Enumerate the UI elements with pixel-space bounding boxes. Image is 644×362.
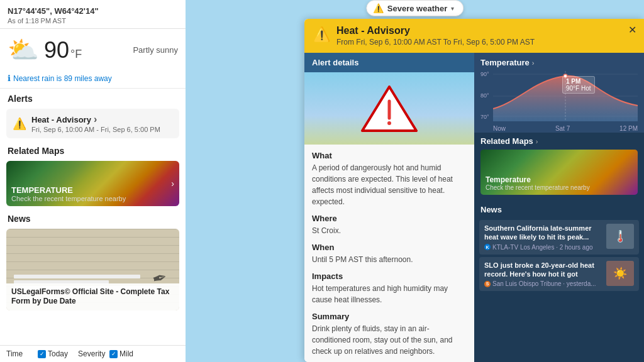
where-section: Where St Croix. bbox=[312, 214, 467, 236]
advisory-title: Heat - Advisory bbox=[336, 25, 535, 36]
advisory-header: ⚠️ Heat - Advisory From Fri, Sep 6, 10:0… bbox=[304, 19, 644, 53]
news-card-headline: USLegalForms© Official Site - Complete T… bbox=[11, 287, 174, 307]
weather-unit: °F bbox=[70, 48, 82, 61]
info-icon: ℹ bbox=[8, 74, 11, 83]
when-label: When bbox=[312, 243, 467, 252]
advisory-panel: ⚠️ Heat - Advisory From Fri, Sep 6, 10:0… bbox=[304, 19, 644, 362]
tooltip-time: 1 PM bbox=[566, 78, 591, 85]
nearest-rain-text: Nearest rain is 89 miles away bbox=[13, 74, 112, 83]
impacts-section: Impacts Hot temperatures and high humidi… bbox=[312, 272, 467, 305]
warning-triangle-icon bbox=[361, 84, 418, 134]
temp-map-label: TEMPERATURE bbox=[11, 185, 174, 195]
summary-value: Drink plenty of fluids, stay in an air-c… bbox=[312, 323, 467, 357]
right-map-label: Temperature bbox=[486, 175, 633, 184]
today-label: Today bbox=[48, 349, 68, 358]
alert-warning-icon: ⚠️ bbox=[13, 117, 26, 131]
news-item-1-thumb: 🌡️ bbox=[606, 224, 634, 249]
alert-details-header: Alert details bbox=[304, 53, 474, 72]
news-card[interactable]: ✒ USLegalForms© Official Site - Complete… bbox=[6, 229, 179, 310]
advisory-close-button[interactable]: ✕ bbox=[628, 25, 636, 35]
severity-filter-row: Severity ✓ Mild bbox=[78, 349, 133, 358]
summary-label: Summary bbox=[312, 312, 467, 321]
news-item-1-headline: Southern California late-summer heat wav… bbox=[484, 224, 601, 242]
weather-temperature: 90 bbox=[44, 37, 69, 63]
temperature-map-card[interactable]: TEMPERATURE Check the recent temperature… bbox=[6, 161, 179, 206]
alert-name-text: Heat - Advisory bbox=[31, 115, 91, 124]
advisory-details: What A period of dangerously hot and hum… bbox=[304, 145, 474, 362]
right-news-title: News bbox=[480, 205, 502, 214]
severe-chevron-icon: ▾ bbox=[451, 5, 454, 12]
advisory-date: From Fri, Sep 6, 10:00 AM AST To Fri, Se… bbox=[336, 38, 535, 47]
impacts-label: Impacts bbox=[312, 272, 467, 281]
mild-label: Mild bbox=[119, 349, 133, 358]
weather-main: ⛅ 90 °F Partly sunny bbox=[0, 29, 186, 71]
temp-map-sub: Check the recent temperature nearby bbox=[11, 195, 174, 202]
left-panel: N17°44'45", W64°42'14" As of 1:18 PM AST… bbox=[0, 0, 186, 362]
news-item-2-headline: SLO just broke a 20-year-old heat record… bbox=[484, 261, 601, 279]
nearest-rain: ℹ Nearest rain is 89 miles away bbox=[0, 71, 186, 89]
when-value: Until 5 PM AST this afternoon. bbox=[312, 254, 467, 265]
temp-map-arrow: › bbox=[171, 178, 174, 189]
advisory-body: Alert details bbox=[304, 53, 644, 362]
bottom-filter-bar: Time ✓ Today Severity ✓ Mild bbox=[0, 345, 186, 362]
when-section: When Until 5 PM AST this afternoon. bbox=[312, 243, 467, 265]
news-item-2-source: S San Luis Obispo Tribune · yesterda... bbox=[484, 280, 601, 287]
y-axis-labels: 90° 80° 70° bbox=[480, 71, 489, 120]
weather-description: Partly sunny bbox=[133, 45, 178, 55]
news-source-dot-1: K bbox=[484, 244, 491, 250]
alert-item[interactable]: ⚠️ Heat - Advisory › Fri, Sep 6, 10:00 A… bbox=[6, 109, 179, 138]
location-coords: N17°44'45", W64°42'14" bbox=[8, 6, 178, 16]
news-item-1[interactable]: Southern California late-summer heat wav… bbox=[479, 220, 639, 255]
summary-section: Summary Drink plenty of fluids, stay in … bbox=[312, 312, 467, 357]
temp-chart-area[interactable]: 90° 80° 70° bbox=[480, 71, 638, 128]
time-filter-label: Time bbox=[6, 349, 34, 358]
map-area[interactable]: ⚠️ Severe weather ▾ ◀ ⚠️ Heat - Advisory… bbox=[186, 0, 644, 362]
temp-chart-title: Temperature bbox=[480, 58, 530, 67]
severity-filter-label: Severity bbox=[78, 349, 106, 358]
what-section: What A period of dangerously hot and hum… bbox=[312, 151, 467, 207]
today-checkbox[interactable]: ✓ Today bbox=[38, 349, 68, 358]
advisory-header-icon: ⚠️ bbox=[313, 26, 330, 43]
alert-date: Fri, Sep 6, 10:00 AM - Fri, Sep 6, 5:00 … bbox=[31, 126, 160, 133]
severe-weather-text: Severe weather bbox=[387, 4, 447, 13]
temp-chart-x-labels: Now Sat 7 12 PM bbox=[493, 125, 638, 132]
news-item-2[interactable]: SLO just broke a 20-year-old heat record… bbox=[479, 257, 639, 292]
news-section-title: News bbox=[0, 209, 186, 226]
right-related-maps-arrow: › bbox=[536, 138, 538, 145]
temp-chart-arrow: › bbox=[532, 59, 535, 67]
right-related-maps-title: Related Maps bbox=[480, 136, 533, 146]
where-value: St Croix. bbox=[312, 225, 467, 236]
severe-weather-banner[interactable]: ⚠️ Severe weather ▾ bbox=[366, 0, 464, 16]
weather-icon: ⛅ bbox=[8, 35, 39, 65]
time-filter-row: Time ✓ Today bbox=[6, 349, 68, 358]
right-related-maps: Related Maps › Temperature Check the rec… bbox=[474, 133, 644, 200]
alert-image-area bbox=[304, 72, 474, 145]
impacts-value: Hot temperatures and high humidity may c… bbox=[312, 283, 467, 305]
location-bar: N17°44'45", W64°42'14" As of 1:18 PM AST bbox=[0, 0, 186, 29]
alert-chevron: › bbox=[94, 114, 97, 125]
temp-tooltip: 1 PM 90°F Hot bbox=[562, 76, 595, 94]
right-map-card[interactable]: Temperature Check the recent temperature… bbox=[480, 150, 638, 195]
news-item-1-source: K KTLA-TV Los Angeles · 2 hours ago bbox=[484, 244, 601, 251]
temp-chart-section: Temperature › 90° 80° 70° bbox=[474, 53, 644, 133]
location-time: As of 1:18 PM AST bbox=[8, 17, 178, 25]
where-label: Where bbox=[312, 214, 467, 223]
news-item-2-thumb: ☀️ bbox=[606, 261, 634, 286]
alerts-section-title: Alerts bbox=[0, 89, 186, 106]
what-value: A period of dangerously hot and humid co… bbox=[312, 162, 467, 207]
mild-checkbox[interactable]: ✓ Mild bbox=[109, 349, 133, 358]
advisory-left-col: Alert details bbox=[304, 53, 474, 362]
svg-point-3 bbox=[387, 121, 391, 125]
right-news-section: News Southern California late-summer hea… bbox=[474, 200, 644, 362]
tooltip-value: 90°F Hot bbox=[566, 85, 591, 92]
news-source-dot-2: S bbox=[484, 281, 491, 287]
related-maps-title: Related Maps bbox=[0, 141, 186, 158]
what-label: What bbox=[312, 151, 467, 160]
right-map-sub: Check the recent temperature nearby bbox=[486, 184, 633, 191]
advisory-right-col: Temperature › 90° 80° 70° bbox=[474, 53, 644, 362]
severe-warning-icon: ⚠️ bbox=[373, 3, 384, 13]
